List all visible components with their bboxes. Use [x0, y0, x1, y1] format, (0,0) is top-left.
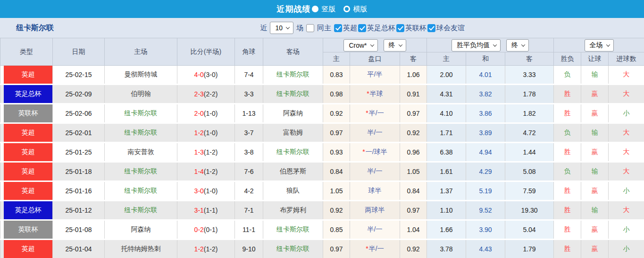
- subcol-crow-home: 主: [323, 52, 350, 66]
- crow-handicap: *一/球半: [350, 143, 400, 162]
- league-checkbox-epl[interactable]: [334, 24, 342, 32]
- subcol-avg-draw: 和: [466, 52, 505, 66]
- league-checkbox-fa-cup[interactable]: [358, 24, 366, 32]
- filter-bar: 纽卡斯尔联 近 10 场 同主 英超 英足总杯 英联杯 球会友谊: [0, 18, 644, 38]
- crow-home-odds: 0.83: [323, 66, 350, 85]
- crow-away-odds: 0.91: [400, 85, 427, 104]
- same-home-checkbox[interactable]: [306, 24, 314, 32]
- table-row: 英超25-01-16纽卡斯尔联3-0(1-0)4-2狼队1.05球半0.841.…: [0, 181, 644, 201]
- result-cell: 胜: [554, 85, 581, 104]
- vertical-layout-label[interactable]: 竖版: [322, 5, 336, 14]
- league-type-badge: 英联杯: [4, 104, 52, 122]
- home-team: 纽卡斯尔联: [105, 104, 177, 123]
- away-team: 纽卡斯尔联: [263, 85, 323, 104]
- crow-away-odds: 0.84: [400, 181, 427, 201]
- avg-type-select[interactable]: 胜平负均值: [452, 39, 501, 52]
- home-team: 纽卡斯尔联: [105, 123, 177, 143]
- vertical-layout-radio[interactable]: [312, 6, 318, 12]
- league-label-epl[interactable]: 英超: [343, 24, 357, 33]
- result-cell: 胜: [554, 240, 581, 258]
- chevron-down-icon: [493, 43, 497, 46]
- league-label-fa-cup[interactable]: 英足总杯: [367, 24, 395, 33]
- horizontal-layout-radio[interactable]: [343, 6, 350, 12]
- corner-score: 4-2: [235, 181, 263, 201]
- match-date: 25-01-04: [53, 240, 105, 258]
- league-type-badge: 英超: [4, 182, 52, 200]
- table-row: 英联杯25-02-06纽卡斯尔联2-0(1-0)1-13阿森纳0.92*半/一0…: [0, 104, 644, 123]
- league-label-league-cup[interactable]: 英联杯: [405, 24, 427, 33]
- league-type-cell: 英足总杯: [0, 85, 53, 104]
- results-table: 类型 日期 主场 比分(半场) 角球 客场 Crow* 终: [0, 38, 644, 258]
- col-header-corner: 角球: [235, 38, 263, 66]
- subcol-avg-home: 主: [427, 52, 466, 66]
- crow-away-odds: 1.06: [400, 66, 427, 85]
- crow-home-odds: 0.92: [323, 201, 350, 220]
- league-type-cell: 英超: [0, 143, 53, 162]
- home-team: 南安普敦: [105, 143, 177, 162]
- league-checkbox-friendly[interactable]: [427, 24, 435, 32]
- away-team: 伯恩茅斯: [263, 162, 323, 181]
- league-type-badge: 英超: [4, 143, 52, 161]
- bookmaker-time-select[interactable]: 终: [384, 39, 406, 52]
- filters-group: 近 10 场 同主 英超 英足总杯 英联杯 球会友谊: [257, 22, 466, 34]
- home-team: 伯明翰: [105, 85, 177, 104]
- crow-handicap: *半/一: [350, 104, 400, 123]
- match-score: 1-3(1-2): [177, 143, 235, 162]
- league-type-badge: 英超: [4, 240, 52, 258]
- match-count-select[interactable]: 10: [270, 22, 293, 34]
- corner-score: 3-8: [235, 143, 263, 162]
- home-team: 曼彻斯特城: [105, 66, 177, 85]
- league-type-cell: 英超: [0, 123, 53, 143]
- home-team: 阿森纳: [105, 220, 177, 240]
- home-team: 纽卡斯尔联: [105, 181, 177, 201]
- avg-home-odds: 1.37: [427, 181, 466, 201]
- corner-score: 7-1: [235, 201, 263, 220]
- horizontal-layout-label[interactable]: 横版: [353, 5, 368, 14]
- league-type-badge: 英足总杯: [4, 201, 52, 219]
- avg-draw-odds: 4.29: [466, 162, 505, 181]
- match-date: 25-01-12: [53, 201, 105, 220]
- subcol-handicap-result: 让球: [581, 52, 609, 66]
- result-cell: 胜: [554, 201, 581, 220]
- handicap-result-cell: 赢: [581, 85, 609, 104]
- goals-result-cell: 小: [609, 104, 644, 123]
- table-row: 英足总杯25-01-12纽卡斯尔联3-1(1-1)7-1布罗姆利0.92两球半0…: [0, 201, 644, 220]
- goals-result-cell: 小: [609, 181, 644, 201]
- away-team: 狼队: [263, 181, 323, 201]
- handicap-result-cell: 赢: [581, 220, 609, 240]
- match-score: 1-4(1-2): [177, 162, 235, 181]
- league-type-cell: 英超: [0, 66, 53, 85]
- crow-away-odds: 0.97: [400, 104, 427, 123]
- result-cell: 胜: [554, 181, 581, 201]
- result-cell: 胜: [554, 104, 581, 123]
- handicap-result-cell: 输: [581, 123, 609, 143]
- same-home-label[interactable]: 同主: [317, 24, 331, 33]
- avg-time-select[interactable]: 终: [506, 39, 529, 52]
- table-row: 英超25-02-15曼彻斯特城4-0(3-0)7-4纽卡斯尔联0.83平/半1.…: [0, 66, 644, 85]
- avg-away-odds: 19.30: [505, 201, 554, 220]
- league-label-friendly[interactable]: 球会友谊: [436, 24, 465, 33]
- match-date: 25-02-06: [53, 104, 105, 123]
- goals-result-cell: 大: [609, 201, 644, 220]
- average-odds-controls: 胜平负均值 终: [427, 38, 554, 52]
- corner-score: 7-6: [235, 162, 263, 181]
- home-team: 托特纳姆热刺: [105, 240, 177, 258]
- avg-home-odds: 1.10: [427, 201, 466, 220]
- home-team: 纽卡斯尔联: [105, 201, 177, 220]
- handicap-result-cell: 赢: [581, 104, 609, 123]
- away-team: 纽卡斯尔联: [263, 143, 323, 162]
- away-team: 布罗姆利: [263, 201, 323, 220]
- crow-handicap: 半/一: [350, 220, 400, 240]
- chevron-down-icon: [398, 43, 402, 46]
- handicap-result-cell: 赢: [581, 240, 609, 258]
- scope-select[interactable]: 全场: [585, 39, 614, 52]
- league-checkbox-league-cup[interactable]: [396, 24, 404, 32]
- bookmaker-select[interactable]: Crow*: [343, 39, 377, 52]
- crow-away-odds: 1.05: [400, 162, 427, 181]
- league-type-badge: 英联杯: [4, 221, 52, 239]
- chevron-down-icon: [370, 43, 374, 46]
- bookmaker-select-value: Crow*: [349, 42, 367, 49]
- league-type-cell: 英足总杯: [0, 201, 53, 220]
- crow-home-odds: 1.05: [323, 181, 350, 201]
- crow-handicap: 球半: [350, 181, 400, 201]
